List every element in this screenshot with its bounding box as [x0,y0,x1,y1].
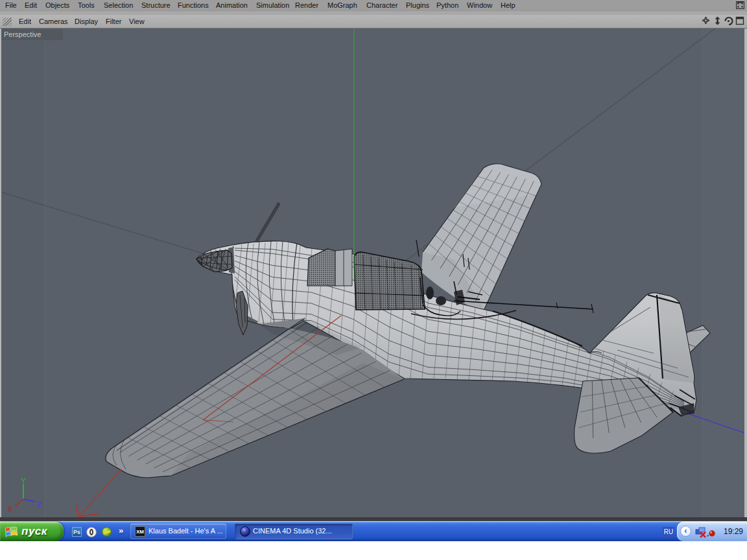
svg-text:X: X [8,506,12,513]
svg-text:Z: Z [37,501,42,509]
